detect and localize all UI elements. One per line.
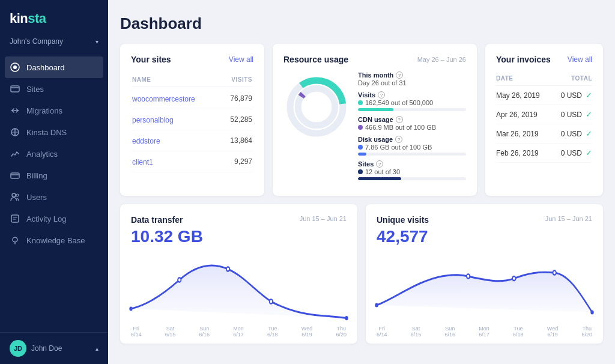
svg-point-5 bbox=[12, 193, 16, 197]
stat-sites: Sites ? 12 out of 30 bbox=[358, 160, 466, 180]
visits-info-icon[interactable]: ? bbox=[378, 91, 385, 99]
sites-progress bbox=[358, 177, 466, 180]
cdn-dot bbox=[358, 125, 363, 130]
site-visits: 13,864 bbox=[230, 136, 252, 145]
bottom-charts-row: Data transfer Jun 15 – Jun 21 10.32 GB bbox=[120, 204, 603, 344]
disk-info-icon[interactable]: ? bbox=[395, 136, 402, 143]
kinsta-logo: kinsta bbox=[10, 11, 98, 26]
sites-icon bbox=[10, 83, 20, 94]
invoice-row: Mar 26, 2019 0 USD ✓ bbox=[496, 124, 592, 144]
x-label-3: Mon6/17 bbox=[233, 326, 244, 338]
table-row: eddstore 13,864 bbox=[132, 130, 252, 151]
billing-label: Billing bbox=[26, 171, 47, 180]
sites-progress-fill bbox=[358, 177, 401, 180]
sidebar-item-sites[interactable]: Sites bbox=[0, 78, 108, 100]
this-month-info-icon[interactable]: ? bbox=[396, 71, 403, 79]
sidebar-item-users[interactable]: Users bbox=[0, 186, 108, 208]
chevron-down-icon: ▾ bbox=[95, 38, 98, 45]
svg-point-17 bbox=[345, 316, 348, 320]
x-label-0: Fri6/14 bbox=[131, 326, 142, 338]
svg-point-13 bbox=[129, 306, 132, 311]
data-transfer-card: Data transfer Jun 15 – Jun 21 10.32 GB bbox=[120, 204, 357, 344]
col-date-header: DATE bbox=[496, 75, 513, 82]
resource-card-title: Resource usage bbox=[283, 55, 348, 64]
knowledge-base-icon bbox=[10, 235, 20, 246]
invoices-view-all[interactable]: View all bbox=[568, 55, 592, 64]
invoice-amount: 0 USD ✓ bbox=[561, 148, 592, 157]
paid-check-icon: ✓ bbox=[586, 129, 592, 138]
invoice-date: Mar 26, 2019 bbox=[496, 130, 539, 138]
top-cards-row: Your sites View all NAME VISITS woocomme… bbox=[120, 44, 603, 196]
x-label-6: Thu6/20 bbox=[336, 326, 347, 338]
this-month-value: Day 26 out of 31 bbox=[358, 79, 466, 86]
visits-progress bbox=[358, 108, 466, 111]
sites-stat-value: 12 out of 30 bbox=[365, 168, 400, 175]
company-selector[interactable]: John's Company ▾ bbox=[0, 34, 108, 54]
resource-card-header: Resource usage May 26 – Jun 26 bbox=[283, 55, 466, 64]
col-name-header: NAME bbox=[132, 76, 151, 83]
unique-visits-card: Unique visits Jun 15 – Jun 21 42,577 bbox=[366, 204, 603, 344]
sidebar-item-billing[interactable]: Billing bbox=[0, 165, 108, 186]
cdn-info-icon[interactable]: ? bbox=[396, 116, 403, 123]
site-visits: 52,285 bbox=[230, 115, 252, 124]
sites-view-all[interactable]: View all bbox=[229, 55, 253, 64]
site-visits: 9,297 bbox=[234, 157, 252, 166]
data-transfer-chart-area bbox=[131, 251, 347, 323]
unique-visits-x-labels: Fri6/14 Sat6/15 Sun6/16 Mon6/17 Tue6/18 … bbox=[377, 323, 592, 338]
dns-icon bbox=[10, 127, 20, 138]
visits-dot bbox=[358, 100, 363, 105]
svg-point-15 bbox=[226, 267, 229, 271]
sites-stat-label: Sites bbox=[358, 160, 374, 168]
invoice-row: Apr 26, 2019 0 USD ✓ bbox=[496, 105, 592, 124]
analytics-label: Analytics bbox=[26, 150, 58, 159]
table-row: client1 9,297 bbox=[132, 151, 252, 172]
visits-value: 162,549 out of 500,000 bbox=[365, 99, 433, 106]
cdn-value: 466.9 MB out of 100 GB bbox=[365, 124, 436, 131]
unique-visits-date-range: Jun 15 – Jun 21 bbox=[545, 215, 592, 222]
site-link[interactable]: personalblog bbox=[132, 116, 174, 124]
site-link[interactable]: woocommercestore bbox=[132, 95, 195, 103]
site-link[interactable]: eddstore bbox=[132, 137, 160, 145]
company-name: John's Company bbox=[10, 37, 63, 46]
svg-point-21 bbox=[553, 270, 556, 275]
svg-point-1 bbox=[13, 65, 17, 69]
invoices-card-header: Your invoices View all bbox=[496, 55, 592, 64]
unique-visits-header: Unique visits Jun 15 – Jun 21 bbox=[377, 215, 592, 225]
sites-table: NAME VISITS woocommercestore 76,879 pers… bbox=[131, 71, 253, 174]
sidebar-item-kinsta-dns[interactable]: Kinsta DNS bbox=[0, 121, 108, 143]
sidebar-item-knowledge-base[interactable]: Knowledge Base bbox=[0, 229, 108, 251]
sidebar-item-migrations[interactable]: Migrations bbox=[0, 100, 108, 121]
page-title: Dashboard bbox=[120, 14, 603, 33]
table-row: personalblog 52,285 bbox=[132, 109, 252, 130]
svg-point-20 bbox=[512, 276, 515, 281]
sidebar-item-analytics[interactable]: Analytics bbox=[0, 143, 108, 165]
sidebar-footer: JD John Doe ▴ bbox=[0, 332, 108, 364]
sidebar-item-dashboard[interactable]: Dashboard bbox=[5, 56, 103, 78]
sidebar-item-activity-log[interactable]: Activity Log bbox=[0, 208, 108, 229]
invoices-list: May 26, 2019 0 USD ✓ Apr 26, 2019 0 USD … bbox=[496, 86, 592, 163]
svg-rect-2 bbox=[11, 86, 19, 92]
disk-dot bbox=[358, 145, 363, 150]
sites-info-icon[interactable]: ? bbox=[376, 160, 383, 168]
resource-stats: This month ? Day 26 out of 31 Visits ? 1… bbox=[358, 71, 466, 185]
sites-card-header: Your sites View all bbox=[131, 55, 253, 64]
col-visits-header: VISITS bbox=[231, 76, 252, 83]
x-label-5: Wed6/19 bbox=[301, 326, 312, 338]
uv-x-label-5: Wed6/19 bbox=[547, 326, 558, 338]
invoice-amount: 0 USD ✓ bbox=[561, 129, 592, 138]
resource-date-range: May 26 – Jun 26 bbox=[417, 56, 466, 63]
site-link[interactable]: client1 bbox=[132, 158, 153, 166]
x-label-4: Tue6/18 bbox=[267, 326, 278, 338]
invoice-amount: 0 USD ✓ bbox=[561, 110, 592, 119]
resource-card: Resource usage May 26 – Jun 26 bbox=[273, 44, 477, 196]
disk-label: Disk usage bbox=[358, 136, 393, 143]
invoices-card-title: Your invoices bbox=[496, 55, 551, 64]
data-transfer-header: Data transfer Jun 15 – Jun 21 bbox=[131, 215, 347, 225]
data-transfer-svg bbox=[131, 251, 347, 323]
users-label: Users bbox=[26, 193, 47, 202]
svg-point-18 bbox=[375, 303, 378, 307]
user-info: JD John Doe bbox=[10, 340, 62, 357]
svg-rect-4 bbox=[11, 173, 19, 178]
dashboard-label: Dashboard bbox=[26, 63, 65, 72]
invoice-amount: 0 USD ✓ bbox=[561, 91, 592, 100]
